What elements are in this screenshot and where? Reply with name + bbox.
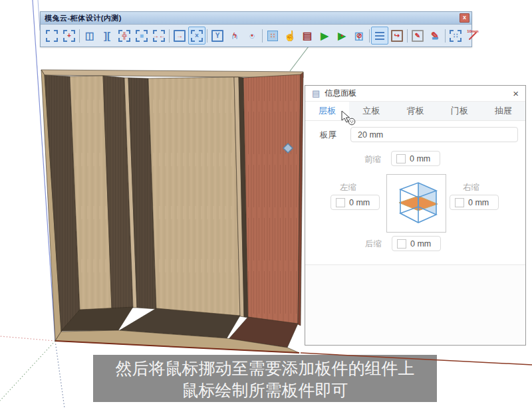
caption-line-1: 然后将鼠标挪动至需要添加板件的组件上 bbox=[93, 357, 437, 379]
toolbar-separator bbox=[407, 29, 408, 43]
back-shrink-value: 0 mm bbox=[410, 239, 431, 249]
front-shrink-input[interactable]: 0 mm bbox=[391, 151, 440, 166]
caption-line-2: 鼠标绘制所需板件即可 bbox=[93, 379, 437, 401]
tab-back-board[interactable]: 背板 bbox=[393, 102, 437, 120]
bounds-icon[interactable]: ∷ bbox=[447, 27, 464, 45]
panel-close-button[interactable]: × bbox=[513, 88, 519, 98]
front-shrink-label: 前缩 bbox=[364, 154, 381, 165]
offset-board-icon[interactable]: → bbox=[171, 27, 188, 45]
front-shrink-checkbox[interactable] bbox=[396, 154, 406, 163]
right-shrink-input[interactable]: 0 mm bbox=[450, 195, 499, 210]
back-shrink-label: 后缩 bbox=[365, 239, 382, 250]
toolbar-separator bbox=[262, 29, 263, 43]
toolbar-title: 模兔云-柜体设计(内测) bbox=[45, 13, 460, 23]
thickness-input[interactable] bbox=[350, 127, 518, 142]
blue-axis-dotted bbox=[55, 341, 65, 408]
shrink-board-icon[interactable]: →← bbox=[150, 27, 168, 45]
toolbar-icons: +◫][╬■→←→×Y∩ϟ◌•∷☝▤▶▶•◫⊘↪✎✎▂∷10mm bbox=[41, 25, 471, 47]
right-shrink-checkbox[interactable] bbox=[455, 198, 464, 207]
toolbar-separator bbox=[169, 29, 170, 43]
stamp-icon[interactable]: ✎▂ bbox=[426, 27, 444, 45]
green-axis-dotted bbox=[0, 341, 55, 401]
export-report-icon[interactable]: ↪ bbox=[388, 27, 406, 45]
left-shrink-input[interactable]: 0 mm bbox=[331, 195, 380, 210]
panel-tabs: 层板 立板 背板 门板 抽屉 bbox=[305, 102, 525, 121]
cube-diagram bbox=[387, 175, 446, 232]
left-shrink-checkbox[interactable] bbox=[336, 198, 345, 207]
toolbar-close-button[interactable]: x bbox=[460, 13, 469, 23]
toolbar-separator bbox=[207, 29, 207, 43]
panel-title: 信息面板 bbox=[325, 88, 513, 99]
info-panel: ▤ 信息面板 × 层板 立板 背板 门板 抽屉 板厚 前缩 0 mm 左缩 0 … bbox=[305, 85, 526, 346]
tab-door-board[interactable]: 门板 bbox=[438, 102, 481, 120]
grain-overlay bbox=[243, 74, 301, 324]
hand-tool-icon[interactable]: ☝ bbox=[281, 27, 299, 45]
app-screen: 然后将鼠标挪动至需要添加板件的组件上 鼠标绘制所需板件即可 模兔云-柜体设计(内… bbox=[0, 0, 532, 408]
toolbar-titlebar[interactable]: 模兔云-柜体设计(内测) x bbox=[41, 12, 471, 25]
points-circle-icon[interactable]: ◌• bbox=[243, 27, 261, 45]
select-face-icon[interactable]: ∷ bbox=[264, 27, 281, 45]
cabinet-component[interactable] bbox=[41, 70, 303, 353]
front-shrink-value: 0 mm bbox=[410, 154, 430, 163]
shrink-direction-diagram bbox=[386, 174, 446, 233]
draw-panel-icon[interactable]: + bbox=[61, 27, 78, 45]
dimension-icon[interactable]: 10mm bbox=[464, 27, 481, 45]
left-shrink-value: 0 mm bbox=[349, 198, 370, 207]
remove-board-icon[interactable]: × bbox=[188, 27, 205, 45]
right-shrink-value: 0 mm bbox=[468, 198, 489, 207]
magnet-icon[interactable]: ∩ϟ bbox=[226, 27, 243, 45]
new-panel-icon[interactable] bbox=[43, 27, 61, 45]
report-doc-icon[interactable]: ▤ bbox=[299, 27, 316, 45]
left-shrink-label: 左缩 bbox=[340, 182, 356, 193]
panel-list-icon: ▤ bbox=[312, 89, 320, 98]
tab-shelf-board[interactable]: 层板 bbox=[305, 102, 349, 120]
tutorial-caption: 然后将鼠标挪动至需要添加板件的组件上 鼠标绘制所需板件即可 bbox=[93, 355, 437, 402]
component-cube-icon[interactable]: Y bbox=[209, 27, 226, 45]
toolbar-separator bbox=[79, 29, 80, 43]
split-four-icon[interactable]: ╬ bbox=[116, 27, 133, 45]
plugin-toolbar-window: 模兔云-柜体设计(内测) x +◫][╬■→←→×Y∩ϟ◌•∷☝▤▶▶•◫⊘↪✎… bbox=[40, 11, 472, 47]
red-axis-dotted bbox=[0, 336, 55, 341]
toolbar-separator bbox=[369, 29, 370, 43]
back-shrink-input[interactable]: 0 mm bbox=[392, 236, 441, 251]
grain-overlay bbox=[148, 77, 240, 316]
batch-generate-icon[interactable]: ▶• bbox=[333, 27, 350, 45]
annotate-icon[interactable]: ✎ bbox=[409, 27, 426, 45]
toolbar-separator bbox=[445, 29, 446, 43]
connect-boards-icon[interactable]: ][ bbox=[98, 27, 116, 45]
right-shrink-label: 右缩 bbox=[463, 182, 479, 193]
generate-icon[interactable]: ▶ bbox=[316, 27, 333, 45]
inference-line bbox=[290, 47, 309, 71]
tab-drawer[interactable]: 抽屉 bbox=[481, 102, 525, 120]
panel-empty-area bbox=[305, 265, 525, 345]
tab-vertical-board[interactable]: 立板 bbox=[349, 102, 393, 120]
fill-board-icon[interactable]: ■ bbox=[133, 27, 150, 45]
back-shrink-checkbox[interactable] bbox=[397, 239, 406, 249]
cancel-generate-icon[interactable]: ◫⊘ bbox=[350, 27, 368, 45]
vertical-boards-icon[interactable]: ◫ bbox=[81, 27, 98, 45]
list-view-icon[interactable] bbox=[371, 27, 388, 45]
info-panel-header: ▤ 信息面板 × bbox=[305, 86, 525, 102]
thickness-label: 板厚 bbox=[320, 130, 336, 141]
